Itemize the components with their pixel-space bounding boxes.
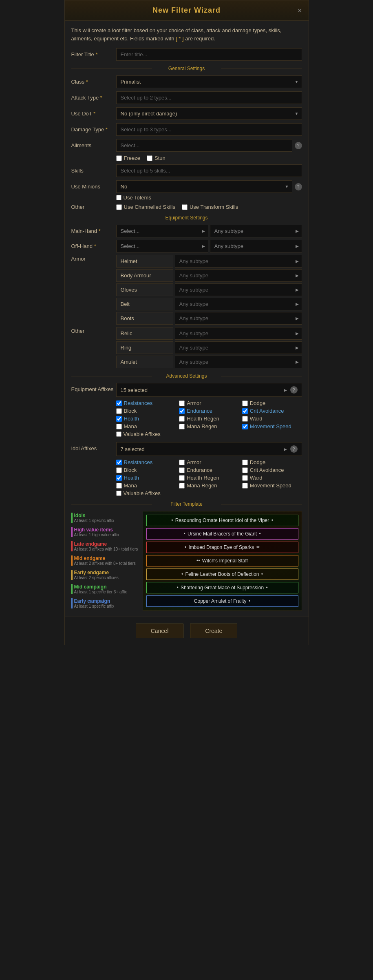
ailments-input[interactable] <box>116 139 292 152</box>
equip-movement-speed-checkbox[interactable] <box>242 424 248 429</box>
idol-movement-speed-checkbox[interactable] <box>242 483 248 489</box>
template-preview-area: • Resounding Ornate Heorot Idol of the V… <box>143 511 302 611</box>
equip-endurance-checkbox[interactable] <box>179 408 185 414</box>
equip-mana-regen-checkbox[interactable] <box>179 424 185 429</box>
equip-health-label[interactable]: Health <box>116 416 176 422</box>
idol-armor-checkbox[interactable] <box>179 460 185 465</box>
template-item-mid-camp[interactable]: • Shattering Great Mace of Suppression • <box>146 582 298 593</box>
use-dot-select[interactable]: No (only direct damage) Yes Both <box>116 107 302 120</box>
idol-resistances-checkbox[interactable] <box>116 460 122 465</box>
off-hand-type-select[interactable]: Select... <box>116 240 208 252</box>
ring-subtype-select[interactable]: Any subtype <box>175 341 302 354</box>
idol-mana-regen-checkbox[interactable] <box>179 483 185 489</box>
off-hand-subtype-select[interactable]: Any subtype <box>210 240 302 252</box>
transform-skills-label[interactable]: Use Transform Skills <box>182 204 238 210</box>
template-item-high[interactable]: • Ursine Mail Bracers of the Giant • <box>146 528 298 540</box>
idol-ward-label[interactable]: Ward <box>242 475 302 481</box>
idol-affixes-bar[interactable]: 7 selected ▶ ? <box>116 442 302 456</box>
idol-crit-avoidance-checkbox[interactable] <box>242 467 248 473</box>
idol-endurance-checkbox[interactable] <box>179 467 185 473</box>
equipment-affixes-grid: Resistances Armor Dodge Block <box>116 400 302 429</box>
amulet-subtype-select[interactable]: Any subtype <box>175 356 302 368</box>
channelled-skills-label[interactable]: Use Channelled Skills <box>116 204 175 210</box>
freeze-checkbox[interactable] <box>116 155 122 161</box>
helmet-subtype-select[interactable]: Any subtype <box>175 255 302 268</box>
equip-ward-checkbox[interactable] <box>242 416 248 422</box>
relic-subtype-select[interactable]: Any subtype <box>175 327 302 340</box>
equip-armor-checkbox[interactable] <box>179 400 185 406</box>
use-minions-select[interactable]: No Yes <box>116 180 292 193</box>
close-button[interactable]: × <box>298 7 302 14</box>
idol-endurance-label[interactable]: Endurance <box>179 467 239 473</box>
template-item-idols[interactable]: • Resounding Ornate Heorot Idol of the V… <box>146 515 298 526</box>
idol-dodge-checkbox[interactable] <box>242 460 248 465</box>
use-minions-help-icon[interactable]: ? <box>295 183 302 190</box>
skills-input[interactable] <box>116 164 302 177</box>
equip-resistances-label[interactable]: Resistances <box>116 400 176 406</box>
equip-armor-label[interactable]: Armor <box>179 400 239 406</box>
boots-subtype-select[interactable]: Any subtype <box>175 312 302 325</box>
equip-dodge-label[interactable]: Dodge <box>242 400 302 406</box>
equip-crit-avoidance-checkbox[interactable] <box>242 408 248 414</box>
attack-type-label: Attack Type * <box>71 95 116 101</box>
equip-mana-regen-label[interactable]: Mana Regen <box>179 423 239 429</box>
idol-armor-label[interactable]: Armor <box>179 459 239 465</box>
class-select[interactable]: Primalist Mage Rogue Sentinel Acolyte <box>116 75 302 88</box>
idol-health-regen-label[interactable]: Health Regen <box>179 475 239 481</box>
idol-mana-checkbox[interactable] <box>116 483 122 489</box>
equip-health-regen-label[interactable]: Health Regen <box>179 416 239 422</box>
equip-resistances-checkbox[interactable] <box>116 400 122 406</box>
template-item-mid-end[interactable]: •• Witch's Imperial Staff <box>146 555 298 566</box>
equip-mana-checkbox[interactable] <box>116 424 122 429</box>
idol-resistances-label[interactable]: Resistances <box>116 459 176 465</box>
idol-mana-regen-label[interactable]: Mana Regen <box>179 482 239 489</box>
belt-subtype-select[interactable]: Any subtype <box>175 298 302 310</box>
channelled-skills-checkbox[interactable] <box>116 204 122 210</box>
equip-endurance-label[interactable]: Endurance <box>179 408 239 414</box>
equip-valuable-affixes-checkbox[interactable] <box>116 431 121 437</box>
equip-block-label[interactable]: Block <box>116 408 176 414</box>
template-item-early-camp[interactable]: Copper Amulet of Frailty • <box>146 595 298 607</box>
template-item-early-end[interactable]: • Feline Leather Boots of Deflection • <box>146 569 298 580</box>
main-hand-subtype-select[interactable]: Any subtype <box>210 225 302 237</box>
idol-crit-avoidance-label[interactable]: Crit Avoidance <box>242 467 302 473</box>
main-hand-type-select[interactable]: Select... <box>116 225 208 237</box>
damage-type-input[interactable] <box>116 123 302 136</box>
equip-crit-avoidance-label[interactable]: Crit Avoidance <box>242 408 302 414</box>
equip-health-checkbox[interactable] <box>116 416 122 422</box>
transform-skills-checkbox[interactable] <box>182 204 188 210</box>
create-button[interactable]: Create <box>190 624 237 638</box>
equipment-affixes-bar[interactable]: 15 selected ▶ ? <box>116 383 302 397</box>
freeze-checkbox-label[interactable]: Freeze <box>116 155 140 161</box>
use-totems-checkbox[interactable] <box>116 195 121 200</box>
body-subtype-select[interactable]: Any subtype <box>175 269 302 282</box>
idol-health-regen-checkbox[interactable] <box>179 475 185 481</box>
equip-dodge-checkbox[interactable] <box>242 400 248 406</box>
idol-affixes-help[interactable]: ? <box>290 445 298 453</box>
equip-mana-label[interactable]: Mana <box>116 423 176 429</box>
ailments-help-icon[interactable]: ? <box>295 142 302 149</box>
idol-movement-speed-label[interactable]: Movement Speed <box>242 482 302 489</box>
idol-block-label[interactable]: Block <box>116 467 176 473</box>
stun-checkbox-label[interactable]: Stun <box>147 155 166 161</box>
equip-block-checkbox[interactable] <box>116 408 122 414</box>
idol-block-checkbox[interactable] <box>116 467 122 473</box>
equipment-affixes-help[interactable]: ? <box>290 386 298 394</box>
equip-movement-speed-label[interactable]: Movement Speed <box>242 423 302 429</box>
template-item-late[interactable]: • Imbued Dragon Eye of Sparks •• <box>146 542 298 553</box>
attack-type-input[interactable] <box>116 91 302 104</box>
idol-mana-label[interactable]: Mana <box>116 482 176 489</box>
stun-checkbox[interactable] <box>147 155 152 161</box>
idols-color-bar <box>71 513 73 523</box>
idol-affixes-arrow: ▶ <box>284 447 287 451</box>
idol-dodge-label[interactable]: Dodge <box>242 459 302 465</box>
idol-ward-checkbox[interactable] <box>242 475 248 481</box>
idol-health-label[interactable]: Health <box>116 475 176 481</box>
filter-title-input[interactable] <box>116 48 302 61</box>
idol-health-checkbox[interactable] <box>116 475 122 481</box>
equip-health-regen-checkbox[interactable] <box>179 416 185 422</box>
idol-valuable-affixes-checkbox[interactable] <box>116 491 121 496</box>
gloves-subtype-select[interactable]: Any subtype <box>175 283 302 296</box>
cancel-button[interactable]: Cancel <box>136 624 184 638</box>
equip-ward-label[interactable]: Ward <box>242 416 302 422</box>
